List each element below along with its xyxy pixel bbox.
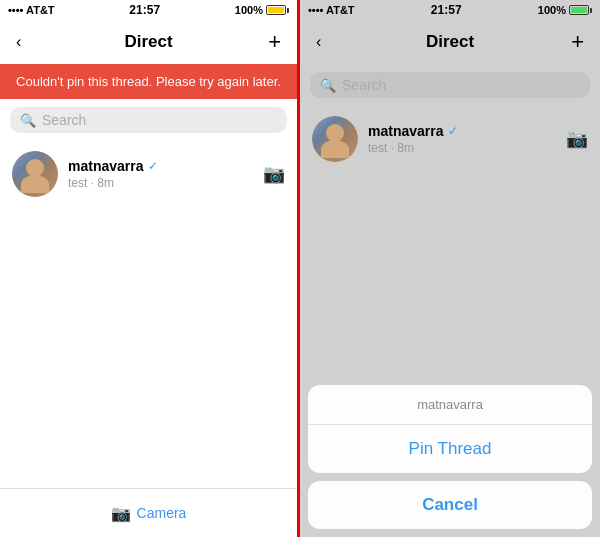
- left-carrier: •••• AT&T: [8, 4, 55, 16]
- right-battery-body: [569, 5, 589, 15]
- right-thread-item[interactable]: matnavarra ✓ test · 8m 📷: [300, 106, 600, 172]
- left-time: 21:57: [129, 3, 160, 17]
- left-thread-name-row: matnavarra ✓: [68, 158, 253, 174]
- left-bottom-bar: 📷 Camera: [0, 488, 297, 537]
- right-back-button[interactable]: ‹: [312, 29, 325, 55]
- left-panel: •••• AT&T 21:57 100% ‹ Direct + Couldn't…: [0, 0, 300, 537]
- search-icon: 🔍: [20, 113, 36, 128]
- right-avatar: [312, 116, 358, 162]
- right-panel: •••• AT&T 21:57 100% ‹ Direct + 🔍 Search: [300, 0, 600, 537]
- right-battery-fill: [571, 7, 587, 13]
- right-search-bar: 🔍 Search: [300, 64, 600, 106]
- left-status-bar: •••• AT&T 21:57 100%: [0, 0, 297, 20]
- left-battery-pct: 100%: [235, 4, 263, 16]
- right-thread-info: matnavarra ✓ test · 8m: [368, 123, 556, 155]
- left-thread-info: matnavarra ✓ test · 8m: [68, 158, 253, 190]
- right-battery-pct: 100%: [538, 4, 566, 16]
- left-status-icons: 100%: [235, 4, 289, 16]
- bottom-camera-icon: 📷: [111, 504, 131, 523]
- bottom-camera-label[interactable]: Camera: [137, 505, 187, 521]
- right-avatar-img: [312, 116, 358, 162]
- left-verified-icon: ✓: [148, 159, 158, 173]
- right-verified-icon: ✓: [448, 124, 458, 138]
- right-status-bar: •••• AT&T 21:57 100%: [300, 0, 600, 20]
- left-thread-preview: test · 8m: [68, 176, 253, 190]
- left-battery-fill: [268, 7, 284, 13]
- cancel-button[interactable]: Cancel: [308, 481, 592, 529]
- left-avatar-img: [12, 151, 58, 197]
- pin-thread-button[interactable]: Pin Thread: [308, 425, 592, 473]
- action-sheet-group: matnavarra Pin Thread: [308, 385, 592, 473]
- right-time: 21:57: [431, 3, 462, 17]
- left-title: Direct: [124, 32, 172, 52]
- left-thread-username: matnavarra: [68, 158, 144, 174]
- right-battery: [569, 5, 592, 15]
- right-search-wrap[interactable]: 🔍 Search: [310, 72, 590, 98]
- left-back-button[interactable]: ‹: [12, 29, 25, 55]
- left-search-placeholder: Search: [42, 112, 86, 128]
- right-header: ‹ Direct +: [300, 20, 600, 64]
- action-sheet-label: matnavarra: [308, 385, 592, 425]
- right-thread-preview: test · 8m: [368, 141, 556, 155]
- right-thread-username: matnavarra: [368, 123, 444, 139]
- right-add-button[interactable]: +: [567, 25, 588, 59]
- left-battery-tip: [287, 8, 289, 13]
- right-status-icons: 100%: [538, 4, 592, 16]
- left-battery-body: [266, 5, 286, 15]
- left-camera-icon[interactable]: 📷: [263, 163, 285, 185]
- right-title: Direct: [426, 32, 474, 52]
- right-battery-tip: [590, 8, 592, 13]
- left-add-button[interactable]: +: [264, 25, 285, 59]
- right-thread-name-row: matnavarra ✓: [368, 123, 556, 139]
- left-thread-item[interactable]: matnavarra ✓ test · 8m 📷: [0, 141, 297, 207]
- left-search-bar: 🔍 Search: [0, 99, 297, 141]
- right-camera-icon[interactable]: 📷: [566, 128, 588, 150]
- left-battery: [266, 5, 289, 15]
- left-avatar: [12, 151, 58, 197]
- right-search-placeholder: Search: [342, 77, 386, 93]
- left-search-wrap[interactable]: 🔍 Search: [10, 107, 287, 133]
- right-carrier: •••• AT&T: [308, 4, 355, 16]
- left-header: ‹ Direct +: [0, 20, 297, 64]
- right-search-icon: 🔍: [320, 78, 336, 93]
- action-sheet: matnavarra Pin Thread Cancel: [308, 385, 592, 537]
- action-sheet-cancel-group: Cancel: [308, 481, 592, 529]
- error-banner: Couldn't pin this thread. Please try aga…: [0, 64, 297, 99]
